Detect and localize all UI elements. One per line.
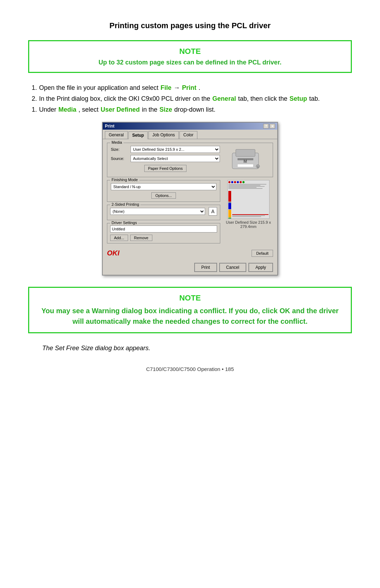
- default-button[interactable]: Default: [252, 250, 273, 257]
- step3-highlight2: User Defined: [101, 106, 140, 113]
- media-section-label: Media: [110, 140, 124, 144]
- step1-num: 1.: [32, 84, 37, 92]
- media-main-row: Size: User Defined Size 215.9 x 2... Sou…: [111, 146, 269, 174]
- step3-num: 1.: [32, 106, 37, 113]
- help-button[interactable]: ?: [263, 124, 269, 129]
- step1-highlight1: File: [160, 84, 171, 92]
- page-title: Printing custom pages using the PCL driv…: [28, 21, 352, 30]
- step2-num: 2.: [32, 95, 37, 103]
- step-1: 1. Open the file in your application and…: [32, 84, 352, 92]
- step2-highlight1: General: [213, 95, 236, 103]
- source-row: Source: Automatically Select: [111, 155, 220, 162]
- two-sided-section: 2-Sided Printing (None) A: [107, 205, 220, 220]
- media-right: M 1: [223, 146, 269, 174]
- steps-list: 1. Open the file in your application and…: [28, 84, 352, 113]
- printer-icon: M 1: [227, 146, 266, 174]
- tab-color[interactable]: Color: [179, 131, 197, 139]
- finishing-section: Finishing Mode Standard / N-up Options..…: [107, 180, 220, 202]
- note1-heading: NOTE: [38, 47, 342, 56]
- dialog-footer-row: OKI Default: [107, 249, 273, 257]
- svg-rect-1: [236, 149, 255, 156]
- finishing-area: Finishing Mode Standard / N-up Options..…: [107, 180, 273, 246]
- finishing-section-label: Finishing Mode: [110, 178, 139, 182]
- step2-text-before: In the Print dialog box, click the OKI C…: [39, 95, 210, 103]
- color-preview: [227, 180, 270, 219]
- dialog-tabs[interactable]: General Setup Job Options Color: [103, 130, 277, 139]
- tab-general[interactable]: General: [105, 131, 128, 139]
- color-preview-area: User Defined Size 215.9 x 279.4mm: [224, 180, 273, 246]
- source-select[interactable]: Automatically Select: [131, 155, 220, 162]
- driver-settings-section: Driver Settings Add... Remove: [107, 223, 220, 243]
- print-dialog: Print ? ✕ General Setup Job Options Colo…: [102, 122, 278, 276]
- step3-text-mid2: in the: [142, 106, 157, 113]
- source-label: Source:: [111, 156, 128, 161]
- finishing-select[interactable]: Standard / N-up: [111, 183, 216, 190]
- step-2: 2. In the Print dialog box, click the OK…: [32, 95, 352, 103]
- italic-note: The Set Free Size dialog box appears.: [42, 345, 352, 352]
- dialog-titlebar-buttons[interactable]: ? ✕: [263, 124, 275, 129]
- dialog-title: Print: [105, 124, 114, 129]
- dialog-footer-right: Default: [252, 250, 273, 257]
- print-button[interactable]: Print: [194, 263, 217, 272]
- options-button[interactable]: Options...: [151, 192, 176, 199]
- two-sided-row: (None) A: [110, 207, 217, 216]
- add-remove-row: Add... Remove: [110, 235, 217, 241]
- step-3: 1. Under Media , select User Defined in …: [32, 106, 352, 113]
- step3-text-mid1: , select: [78, 106, 99, 113]
- two-sided-icon: A: [209, 207, 217, 216]
- svg-text:1: 1: [257, 165, 259, 168]
- note1-text: Up to 32 custom page sizes can be define…: [38, 59, 342, 66]
- dialog-container: Print ? ✕ General Setup Job Options Colo…: [28, 122, 352, 276]
- note-box-2: NOTE You may see a Warning dialog box in…: [28, 287, 352, 333]
- user-defined-text: User Defined Size 215.9 x 279.4mm: [224, 220, 273, 229]
- note2-text: You may see a Warning dialog box indicat…: [38, 305, 342, 327]
- step1-separator: →: [173, 84, 180, 92]
- size-row: Size: User Defined Size 215.9 x 2...: [111, 146, 220, 153]
- color-preview-inner: [228, 180, 269, 218]
- dialog-bottom-buttons: Print Cancel Apply: [103, 261, 277, 275]
- paper-feed-button[interactable]: Paper Feed Options: [144, 165, 186, 172]
- step2-text-mid1: tab, then click the: [238, 95, 287, 103]
- two-sided-label: 2-Sided Printing: [110, 202, 140, 206]
- driver-settings-input[interactable]: [110, 225, 217, 233]
- note2-heading: NOTE: [38, 293, 342, 303]
- step3-text-after: drop-down list.: [174, 106, 215, 113]
- add-button[interactable]: Add...: [110, 235, 128, 241]
- two-sided-select[interactable]: (None): [110, 208, 205, 215]
- apply-button[interactable]: Apply: [248, 263, 273, 272]
- close-button[interactable]: ✕: [270, 124, 275, 129]
- remove-button[interactable]: Remove: [130, 235, 152, 241]
- step3-highlight3: Size: [159, 106, 172, 113]
- oki-logo: OKI: [107, 249, 120, 257]
- driver-settings-label: Driver Settings: [110, 221, 138, 225]
- footer-page-number: C7100/C7300/C7500 Operation • 185: [28, 366, 352, 372]
- media-left: Size: User Defined Size 215.9 x 2... Sou…: [111, 146, 220, 174]
- tab-setup[interactable]: Setup: [128, 131, 148, 139]
- svg-rect-3: [238, 164, 253, 167]
- note-box-1: NOTE Up to 32 custom page sizes can be d…: [28, 40, 352, 73]
- step3-highlight1: Media: [58, 106, 76, 113]
- finishing-left: Finishing Mode Standard / N-up Options..…: [107, 180, 220, 246]
- media-section: Media Size: User Defined Size 215.9 x 2.…: [107, 143, 273, 177]
- step1-text-after: .: [198, 84, 200, 92]
- step2-highlight2: Setup: [290, 95, 307, 103]
- step1-text-before: Open the file in your application and se…: [39, 84, 158, 92]
- step1-highlight2: Print: [182, 84, 196, 92]
- step2-text-after: tab.: [309, 95, 320, 103]
- cancel-button[interactable]: Cancel: [219, 263, 246, 272]
- size-label: Size:: [111, 147, 128, 151]
- dialog-titlebar: Print ? ✕: [103, 123, 277, 130]
- size-select[interactable]: User Defined Size 215.9 x 2...: [131, 146, 220, 153]
- svg-text:M: M: [243, 159, 247, 164]
- tab-job-options[interactable]: Job Options: [148, 131, 179, 139]
- step3-text-before: Under: [39, 106, 56, 113]
- dialog-body: Media Size: User Defined Size 215.9 x 2.…: [103, 139, 277, 261]
